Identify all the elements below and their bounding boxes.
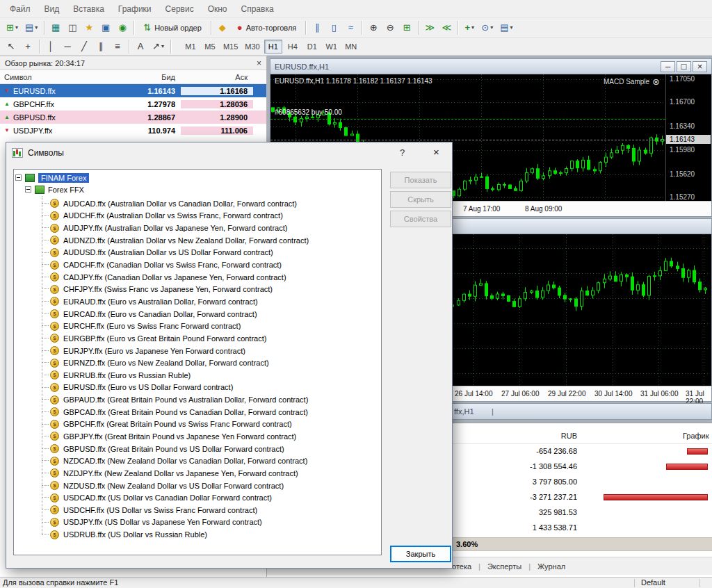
close-dialog-button[interactable]: Закрыть <box>390 546 451 562</box>
symbol-item-usdjpy-ffx[interactable]: $USDJPY.ffx (US Dollar vs Japanese Yen F… <box>14 516 381 529</box>
auto-scroll-button[interactable]: ≫ <box>422 20 437 35</box>
chart1-titlebar[interactable]: EURUSD.ffx,H1 – □ × <box>270 59 711 74</box>
menu-item-5[interactable]: Окно <box>201 1 234 17</box>
status-profile-selector[interactable]: Default <box>641 578 665 587</box>
terminal-tab-0[interactable]: отека <box>452 562 471 571</box>
terminal-toggle-button[interactable]: ▣ <box>98 20 113 35</box>
strategy-tester-toggle-button[interactable]: ◉ <box>115 20 130 35</box>
dropdown-caret-icon[interactable]: ▾ <box>161 44 164 49</box>
dialog-close-button[interactable]: × <box>433 146 439 158</box>
timeframe-h4[interactable]: H4 <box>284 40 302 54</box>
market-watch-row-gbpchf-ffx[interactable]: ▲GBPCHF.ffx1.279781.28036 <box>0 97 266 111</box>
periods-button[interactable]: ⊙▾ <box>478 20 496 35</box>
timeframe-m30[interactable]: M30 <box>242 40 262 54</box>
column-rub[interactable]: RUB <box>561 432 577 440</box>
new-order-button[interactable]: ⇅Новый ордер <box>138 20 207 35</box>
timeframe-d1[interactable]: D1 <box>303 40 321 54</box>
column-graph[interactable]: График <box>683 432 709 440</box>
symbol-item-audjpy-ffx[interactable]: $AUDJPY.ffx (Australian Dollar vs Japane… <box>14 222 381 234</box>
vertical-line-tool-button[interactable]: │ <box>43 39 58 54</box>
market-watch-row-usdjpy-ffx[interactable]: ▼USDJPY.ffx110.974111.006 <box>0 124 266 137</box>
tree-group-forex-ffx[interactable]: Forex FFX <box>25 183 381 195</box>
dropdown-caret-icon[interactable]: ▾ <box>35 25 38 31</box>
chart-line-button[interactable]: ≈ <box>343 20 358 35</box>
menu-item-6[interactable]: Справка <box>234 1 281 17</box>
hide-button[interactable]: Скрыть <box>390 191 451 208</box>
symbols-dialog-titlebar[interactable]: Символы <box>6 142 64 163</box>
timeframe-mn[interactable]: MN <box>342 40 360 54</box>
menu-item-2[interactable]: Вставка <box>66 1 111 17</box>
market-watch-toggle-button[interactable]: ▦ <box>48 20 63 35</box>
column-bid[interactable]: Бид <box>108 73 181 81</box>
symbol-item-audnzd-ffx[interactable]: $AUDNZD.ffx (Australian Dollar vs New Ze… <box>14 234 381 247</box>
menu-item-3[interactable]: Графики <box>111 1 159 17</box>
metaeditor-button[interactable]: ◆ <box>215 20 230 35</box>
chart1-price-scale[interactable]: 1.16143 1.170501.167001.163401.159801.15… <box>665 74 711 202</box>
profiles-button[interactable]: ▤▾ <box>22 20 40 35</box>
minimize-button[interactable]: – <box>661 61 675 72</box>
menu-item-0[interactable]: Файл <box>3 1 38 17</box>
symbol-item-cadjpy-ffx[interactable]: $CADJPY.ffx (Canadian Dollar vs Japanese… <box>14 271 381 284</box>
symbol-item-euraud-ffx[interactable]: $EURAUD.ffx (Euro vs Australian Dollar, … <box>14 295 381 308</box>
navigator-toggle-button[interactable]: ★ <box>81 20 97 35</box>
zoom-in-button[interactable]: ⊕ <box>366 20 381 35</box>
symbol-item-gbpaud-ffx[interactable]: $GBPAUD.ffx (Great Britain Pound vs Aust… <box>14 393 381 406</box>
dialog-help-button[interactable]: ? <box>400 147 405 158</box>
collapse-icon[interactable] <box>25 186 31 193</box>
symbol-item-gbpchf-ffx[interactable]: $GBPCHF.ffx (Great Britain Pound vs Swis… <box>14 418 381 431</box>
arrows-tool-button[interactable]: ↗▾ <box>149 39 167 54</box>
autotrade-button[interactable]: ●Авто-торговля <box>232 20 302 35</box>
indicator-delete-icon[interactable]: ⊗ <box>652 77 660 86</box>
channel-tool-button[interactable]: ∥ <box>93 39 108 54</box>
menu-item-4[interactable]: Сервис <box>159 1 201 17</box>
restore-button[interactable]: □ <box>677 61 691 72</box>
timeframe-w1[interactable]: W1 <box>323 40 341 54</box>
cursor-tool-button[interactable]: ↖ <box>3 39 19 54</box>
chart-bars-button[interactable]: ∥ <box>309 20 325 35</box>
timeframe-h1[interactable]: H1 <box>264 40 282 54</box>
symbol-item-gbpusd-ffx[interactable]: $GBPUSD.ffx (Great Britain Pound vs US D… <box>14 443 381 455</box>
data-window-toggle-button[interactable]: ◫ <box>65 20 80 35</box>
symbol-item-eurjpy-ffx[interactable]: $EURJPY.ffx (Euro vs Japanese Yen Forwar… <box>14 345 381 357</box>
terminal-tab-1[interactable]: Эксперты <box>487 562 521 571</box>
chart-candles-button[interactable]: ▯ <box>326 20 341 35</box>
horizontal-line-tool-button[interactable]: ─ <box>60 39 75 54</box>
tile-windows-button[interactable]: ⊞ <box>399 20 414 35</box>
symbol-item-audchf-ffx[interactable]: $AUDCHF.ffx (Australian Dollar vs Swiss … <box>14 210 381 222</box>
column-ask[interactable]: Аск <box>181 73 253 81</box>
new-chart-button[interactable]: ⊞▾ <box>3 20 21 35</box>
symbol-item-nzdcad-ffx[interactable]: $NZDCAD.ffx (New Zealand Dollar vs Canad… <box>14 455 381 467</box>
timeframe-m5[interactable]: M5 <box>201 40 219 54</box>
crosshair-tool-button[interactable]: + <box>20 39 35 54</box>
symbol-item-usdchf-ffx[interactable]: $USDCHF.ffx (US Dollar vs Swiss Franc Fo… <box>14 504 381 516</box>
menu-item-1[interactable]: Вид <box>38 1 67 17</box>
market-watch-close-icon[interactable]: × <box>257 59 261 67</box>
show-button[interactable]: Показать <box>390 172 451 188</box>
symbol-item-audusd-ffx[interactable]: $AUDUSD.ffx (Australian Dollar vs US Dol… <box>14 247 381 259</box>
dropdown-caret-icon[interactable]: ▾ <box>490 25 493 31</box>
symbol-item-usdrub-ffx[interactable]: $USDRUB.ffx (US Dollar vs Russian Ruble) <box>14 528 381 541</box>
symbol-item-eurnzd-ffx[interactable]: $EURNZD.ffx (Euro vs New Zealand Dollar,… <box>14 357 381 369</box>
close-button[interactable]: × <box>693 61 707 72</box>
symbol-item-gbpcad-ffx[interactable]: $GBPCAD.ffx (Great Britain Pound vs Cana… <box>14 406 381 418</box>
fibonacci-tool-button[interactable]: ≡ <box>110 39 125 54</box>
column-symbol[interactable]: Символ <box>0 73 108 81</box>
symbol-item-nzdjpy-ffx[interactable]: $NZDJPY.ffx (New Zealand Dollar vs Japan… <box>14 467 381 480</box>
symbol-item-eurcad-ffx[interactable]: $EURCAD.ffx (Euro vs Canadian Dollar, Fo… <box>14 308 381 320</box>
timeframe-m15[interactable]: M15 <box>220 40 241 54</box>
templates-button[interactable]: ▤▾ <box>497 20 515 35</box>
timeframe-m1[interactable]: M1 <box>181 40 200 54</box>
symbol-item-cadchf-ffx[interactable]: $CADCHF.ffx (Canadian Dollar vs Swiss Fr… <box>14 259 381 271</box>
symbol-item-chfjpy-ffx[interactable]: $CHFJPY.ffx (Swiss Franc vs Japanese Yen… <box>14 283 381 295</box>
market-watch-row-gbpusd-ffx[interactable]: ▲GBPUSD.ffx1.288671.28900 <box>0 111 266 124</box>
symbol-item-eurusd-ffx[interactable]: $EURUSD.ffx (Euro vs US Dollar Forward c… <box>14 382 381 394</box>
symbol-item-eurchf-ffx[interactable]: $EURCHF.ffx (Euro vs Swiss Franc Forward… <box>14 320 381 332</box>
collapse-icon[interactable] <box>15 174 22 181</box>
zoom-out-button[interactable]: ⊖ <box>382 20 398 35</box>
symbol-item-usdcad-ffx[interactable]: $USDCAD.ffx (US Dollar vs Canadian Dolla… <box>14 491 381 504</box>
dropdown-caret-icon[interactable]: ▾ <box>471 25 474 31</box>
market-watch-row-eurusd-ffx[interactable]: ▼EURUSD.ffx1.161431.16168 <box>0 84 266 97</box>
tree-root-finam-forex[interactable]: FINAM Forex <box>15 172 381 183</box>
terminal-tab-2[interactable]: Журнал <box>537 562 565 571</box>
symbol-item-eurgbp-ffx[interactable]: $EURGBP.ffx (Euro vs Great Britain Pound… <box>14 332 381 345</box>
